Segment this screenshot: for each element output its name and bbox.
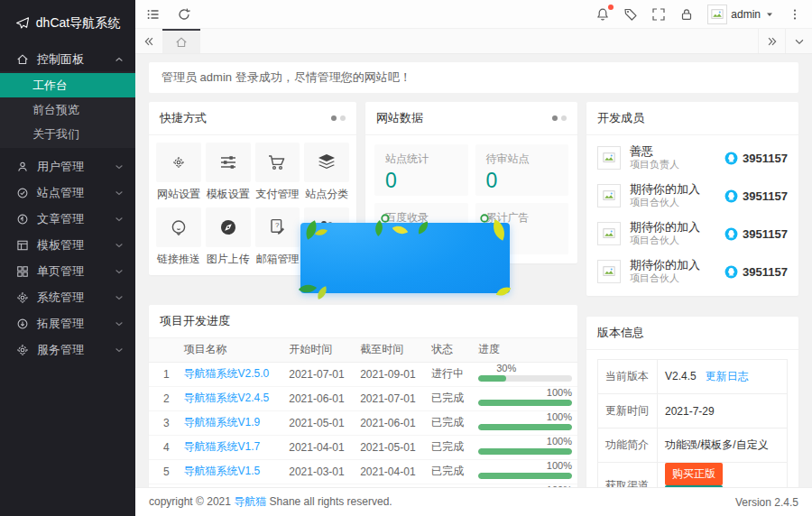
quick-action-email-mgmt[interactable]: ?邮箱管理	[255, 207, 300, 268]
gear-icon	[172, 156, 185, 169]
member-name: 善恶	[630, 144, 724, 159]
cards-row-2: 项目开发进度 项目名称开始时间截至时间状态进度 1导航猫系统V2.5.02021…	[149, 305, 798, 516]
refresh-icon[interactable]	[177, 7, 191, 22]
chevron-down-icon	[114, 318, 125, 329]
chevron-down-icon	[114, 292, 125, 303]
sidebar-item-user-mgmt[interactable]: 用户管理	[0, 153, 135, 180]
project-name-link[interactable]: 导航猫系统V2.4.5	[184, 392, 270, 404]
quick-action-template-settings[interactable]: 模板设置	[206, 143, 251, 203]
stat-value: 0	[385, 169, 457, 193]
qq-number: 3951157	[743, 152, 788, 165]
project-progress-card: 项目开发进度 项目名称开始时间截至时间状态进度 1导航猫系统V2.5.02021…	[149, 305, 577, 508]
version-row-label: 更新时间	[598, 394, 658, 428]
notifications-bell-icon[interactable]	[595, 7, 610, 22]
member-info: 期待你的加入项目合伙人	[630, 182, 724, 209]
project-row: 3导航猫系统V1.92021-05-012021-06-01已完成100%	[149, 410, 577, 435]
kebab-menu-icon[interactable]	[789, 8, 801, 21]
sidebar-menu: 用户管理站点管理文章管理模板管理单页管理系统管理拓展管理服务管理	[0, 153, 135, 363]
fullscreen-icon[interactable]	[651, 7, 666, 22]
tabbar-spacer	[200, 29, 758, 53]
quick-action-site-category[interactable]: 站点分类	[304, 143, 349, 203]
project-progress-cell: 100%	[473, 410, 577, 435]
member-role: 项目负责人	[630, 159, 724, 171]
sidebar: dhCat导航系统 控制面板 工作台前台预览关于我们 用户管理站点管理文章管理模…	[0, 0, 135, 516]
sidebar-item-workbench[interactable]: 工作台	[0, 73, 135, 97]
qq-icon	[724, 227, 738, 241]
progress-label: 100%	[547, 411, 572, 422]
project-status: 已完成	[426, 435, 473, 459]
project-start-date: 2021-07-01	[283, 362, 355, 386]
sidebar-item-extension-mgmt[interactable]: 拓展管理	[0, 310, 135, 336]
progress-label: 100%	[547, 436, 572, 447]
sidebar-item-service-mgmt[interactable]: 服务管理	[0, 336, 135, 363]
project-status: 已完成	[426, 410, 473, 435]
quick-action-label: 模板设置	[206, 187, 251, 199]
quick-action-image-upload[interactable]: 图片上传	[206, 207, 251, 268]
layers-icon	[317, 152, 337, 172]
tag-icon[interactable]	[623, 7, 638, 22]
member-qq[interactable]: 3951157	[724, 152, 788, 165]
lock-icon[interactable]	[679, 7, 694, 22]
stat-label: 站点统计	[385, 152, 457, 167]
welcome-alert: 管理员 admin 登录成功，尽情管理您的网站吧！	[149, 62, 798, 93]
sidebar-item-front-preview[interactable]: 前台预览	[0, 97, 135, 122]
project-name-cell: 导航猫系统V2.5.0	[179, 362, 284, 386]
project-index: 5	[149, 459, 179, 484]
sidebar-item-page-mgmt[interactable]: 单页管理	[0, 258, 135, 284]
qq-icon	[724, 152, 738, 165]
progress-fill	[478, 473, 572, 479]
sidebar-item-template-mgmt[interactable]: 模板管理	[0, 232, 135, 258]
project-table: 项目名称开始时间截至时间状态进度 1导航猫系统V2.5.02021-07-012…	[149, 338, 577, 508]
qq-icon	[724, 265, 738, 279]
quick-action-site-settings[interactable]: 网站设置	[156, 143, 201, 203]
tab-home[interactable]	[162, 29, 200, 53]
version-value-text: 功能强/模板多/自定义	[665, 438, 769, 451]
collapse-menu-icon[interactable]	[146, 7, 161, 22]
user-menu[interactable]: admin	[707, 5, 775, 24]
project-name-link[interactable]: 导航猫系统V1.7	[184, 440, 261, 453]
app-logo[interactable]: dhCat导航系统	[0, 0, 135, 47]
project-start-date: 2021-06-01	[283, 386, 355, 410]
sidebar-item-about-us[interactable]: 关于我们	[0, 122, 135, 146]
changelog-link[interactable]: 更新日志	[706, 370, 749, 382]
project-progress-cell: 100%	[473, 459, 577, 484]
carousel-dots[interactable]	[331, 115, 346, 121]
buy-genuine-button[interactable]: 购买正版	[665, 463, 723, 485]
member-role: 项目合伙人	[630, 197, 724, 209]
project-row: 5导航猫系统V1.52021-03-012021-04-01已完成100%	[149, 459, 577, 484]
progress-fill	[478, 424, 572, 430]
project-name-link[interactable]: 导航猫系统V1.5	[184, 465, 261, 477]
project-start-date: 2021-03-01	[283, 459, 355, 484]
footer-site-link[interactable]: 导航猫	[234, 495, 266, 508]
tabs-scroll-right-icon[interactable]	[758, 29, 785, 53]
member-role: 项目合伙人	[630, 235, 724, 247]
member-qq[interactable]: 3951157	[724, 189, 788, 203]
quick-actions-title: 快捷方式	[160, 110, 207, 126]
quick-action-icon-box	[206, 143, 251, 182]
sidebar-item-article-mgmt[interactable]: 文章管理	[0, 206, 135, 232]
member-qq[interactable]: 3951157	[724, 265, 788, 279]
promo-banner[interactable]	[300, 223, 510, 293]
sidebar-item-control-panel[interactable]: 控制面板	[0, 47, 135, 71]
quick-action-payment-mgmt[interactable]: 支付管理	[255, 143, 300, 203]
quick-action-link-push[interactable]: 链接推送	[156, 207, 201, 268]
project-row: 4导航猫系统V1.72021-04-012021-05-01已完成100%	[149, 435, 577, 459]
tabs-scroll-left-icon[interactable]	[135, 29, 162, 53]
project-index: 4	[149, 435, 179, 459]
tabs-dropdown-icon[interactable]	[785, 29, 812, 53]
avatar	[597, 146, 621, 170]
project-name-link[interactable]: 导航猫系统V2.5.0	[184, 367, 270, 380]
progress-track	[478, 473, 572, 479]
version-row-label: 当前版本	[598, 360, 658, 394]
home-icon	[175, 36, 188, 49]
project-row: 2导航猫系统V2.4.52021-06-012021-07-01已完成100%	[149, 386, 577, 410]
quick-action-label: 链接推送	[156, 252, 201, 264]
quick-action-icon-box	[206, 207, 251, 247]
chevron-down-icon	[114, 240, 125, 251]
sidebar-item-system-mgmt[interactable]: 系统管理	[0, 284, 135, 310]
member-qq[interactable]: 3951157	[724, 227, 788, 241]
project-progress-title: 项目开发进度	[160, 313, 230, 329]
sidebar-item-site-mgmt[interactable]: 站点管理	[0, 180, 135, 206]
carousel-dots[interactable]	[552, 115, 567, 121]
project-name-link[interactable]: 导航猫系统V1.9	[184, 416, 261, 428]
